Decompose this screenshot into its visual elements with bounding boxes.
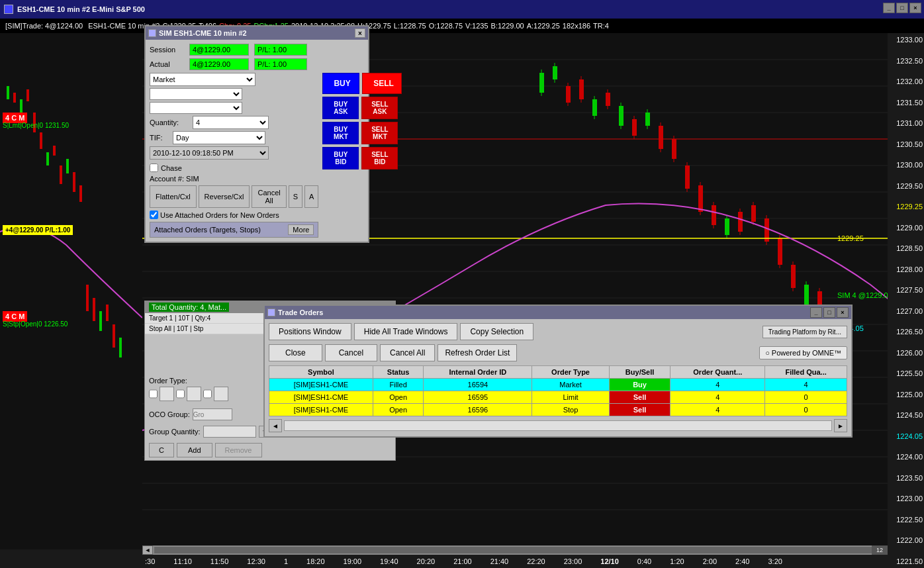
date-row: 2010-12-10 09:18:50 PM bbox=[150, 146, 318, 162]
attached-orders-tab[interactable]: Attached Orders (Targets, Stops) More bbox=[150, 222, 318, 238]
orders-table: Symbol Status Internal Order ID Order Ty… bbox=[269, 365, 847, 416]
scroll-track[interactable] bbox=[154, 547, 876, 553]
date-select[interactable]: 2010-12-10 09:18:50 PM bbox=[150, 146, 269, 160]
chase-checkbox[interactable] bbox=[150, 164, 158, 172]
cancel-button[interactable]: Cancel bbox=[325, 344, 377, 361]
sell-ask-button[interactable]: SELLASK bbox=[361, 97, 398, 119]
scroll-left-btn[interactable]: ◄ bbox=[269, 419, 282, 432]
close-button[interactable]: Close bbox=[269, 344, 322, 361]
use-attached-checkbox[interactable] bbox=[150, 211, 158, 219]
price-1229: 1229.25 bbox=[889, 203, 923, 211]
window-controls[interactable]: _ □ × bbox=[883, 3, 921, 13]
table-row[interactable]: [SIM]ESH1-CMEOpen16596StopSell40 bbox=[269, 404, 847, 416]
price-1227-5: 1227.50 bbox=[889, 286, 923, 294]
ot-checkbox-2[interactable] bbox=[176, 387, 185, 401]
cell-0-4: Buy bbox=[609, 379, 670, 391]
price-1224: 1224.00 bbox=[889, 453, 923, 461]
refresh-button[interactable]: Refresh Order List bbox=[438, 344, 517, 361]
buy-button[interactable]: BUY bbox=[322, 73, 359, 94]
tif-label: TIF: bbox=[150, 134, 173, 142]
hide-all-button[interactable]: Hide All Trade Windows bbox=[354, 323, 458, 340]
order-panel-close[interactable]: × bbox=[355, 28, 365, 38]
left-controls: Market Quantity: 4 TIF: bbox=[150, 73, 318, 238]
table-row[interactable]: [SIM]ESH1-CMEOpen16595LimitSell40 bbox=[269, 391, 847, 404]
ot-checkbox-1[interactable] bbox=[149, 387, 158, 401]
reverse-button[interactable]: Reverse/Cxl bbox=[199, 185, 250, 208]
price-1225-5: 1225.50 bbox=[889, 369, 923, 377]
group-qty-input[interactable] bbox=[203, 426, 256, 438]
time-6: 18:20 bbox=[306, 557, 325, 565]
price-1222-5: 1222.50 bbox=[889, 516, 923, 524]
cell-1-4: Sell bbox=[609, 391, 670, 404]
sub-select-1-row bbox=[150, 88, 318, 100]
add-button[interactable]: Add bbox=[177, 443, 212, 457]
close-button[interactable]: × bbox=[909, 3, 921, 13]
quantity-row: Quantity: 4 bbox=[150, 116, 318, 129]
chart-hscrollbar[interactable]: ◄ ► bbox=[142, 545, 888, 555]
cell-1-0: [SIM]ESH1-CME bbox=[269, 391, 373, 404]
maximize-button[interactable]: □ bbox=[896, 3, 908, 13]
cancel-all-button[interactable]: Cancel All bbox=[252, 185, 286, 208]
s-button[interactable]: S bbox=[289, 185, 302, 208]
price-scale: 1233.00 1232.50 1232.00 1231.50 1231.00 … bbox=[888, 33, 924, 568]
use-attached-row: Use Attached Orders for New Orders bbox=[150, 211, 318, 219]
price-1226: 1226.00 bbox=[889, 349, 923, 357]
time-19: 3:20 bbox=[768, 557, 782, 565]
price-1229-5: 1229.50 bbox=[889, 182, 923, 190]
to-close[interactable]: × bbox=[837, 307, 849, 318]
oco-label: OCO Group: bbox=[149, 410, 190, 418]
more-tab[interactable]: More bbox=[288, 224, 314, 235]
scroll-left-btn[interactable]: ◄ bbox=[142, 545, 153, 555]
a-button[interactable]: A bbox=[304, 185, 318, 208]
flat-buttons: Flatten/Cxl Reverse/Cxl Cancel All S A bbox=[150, 185, 318, 208]
ot-box-3 bbox=[214, 387, 228, 401]
time-18: 2:40 bbox=[735, 557, 749, 565]
account-label: Account #: bbox=[150, 175, 184, 183]
oco-input[interactable] bbox=[193, 408, 232, 420]
chase-row: Chase bbox=[150, 164, 318, 172]
flatten-button[interactable]: Flatten/Cxl bbox=[150, 185, 197, 208]
cell-1-2: 16595 bbox=[424, 391, 532, 404]
col-status: Status bbox=[373, 366, 424, 379]
sell-mkt-button[interactable]: SELLMKT bbox=[361, 122, 398, 144]
powered-badge: ○ Powered by OMNE™ bbox=[759, 346, 847, 359]
remove-button[interactable]: Remove bbox=[215, 443, 262, 457]
b-info: B:1229.00 bbox=[491, 22, 524, 30]
quantity-select[interactable]: 4 bbox=[193, 116, 269, 129]
position-pnl-label: +4@1229.00 P/L:1.00 bbox=[3, 225, 73, 235]
cancel-all-button[interactable]: Cancel All bbox=[380, 344, 435, 361]
ot-checkbox-3[interactable] bbox=[203, 387, 212, 401]
c-button[interactable]: C bbox=[149, 443, 174, 457]
buy-ask-button[interactable]: BUYASK bbox=[322, 97, 359, 119]
sub-select-2[interactable] bbox=[150, 102, 242, 114]
to-minimize[interactable]: _ bbox=[810, 307, 822, 318]
table-row[interactable]: [SIM]ESH1-CMEFilled16594MarketBuy44 bbox=[269, 379, 847, 391]
tr-info: TR:4 bbox=[593, 22, 609, 30]
actual-pl: P/L: 1.00 bbox=[254, 58, 307, 70]
trade-orders-title: Trade Orders bbox=[278, 308, 323, 316]
scroll-right-btn[interactable]: ► bbox=[834, 419, 847, 432]
session-value: 4@1229.00 bbox=[189, 44, 249, 56]
to-scroll-area: ◄ ► bbox=[269, 419, 847, 432]
attached-tab-label: Attached Orders (Targets, Stops) bbox=[154, 226, 261, 234]
sell-button[interactable]: SELL bbox=[362, 73, 402, 94]
price-1222: 1222.00 bbox=[889, 536, 923, 544]
orders-table-body: [SIM]ESH1-CMEFilled16594MarketBuy44[SIM]… bbox=[269, 379, 847, 416]
sub-select-1[interactable] bbox=[150, 88, 242, 100]
cell-1-1: Open bbox=[373, 391, 424, 404]
sell-bid-button[interactable]: SELLBID bbox=[361, 147, 398, 169]
tif-select[interactable]: Day bbox=[173, 131, 265, 144]
minimize-button[interactable]: _ bbox=[883, 3, 895, 13]
time-10: 21:00 bbox=[453, 557, 472, 565]
col-symbol: Symbol bbox=[269, 366, 373, 379]
positions-window-button[interactable]: Positions Window bbox=[269, 323, 351, 340]
buy-bid-button[interactable]: BUYBID bbox=[322, 147, 359, 169]
order-type-select[interactable]: Market bbox=[150, 73, 255, 86]
copy-selection-button[interactable]: Copy Selection bbox=[460, 323, 533, 340]
buy-mkt-button[interactable]: BUYMKT bbox=[322, 122, 359, 144]
to-win-controls[interactable]: _ □ × bbox=[810, 307, 849, 318]
to-maximize[interactable]: □ bbox=[823, 307, 835, 318]
cell-2-4: Sell bbox=[609, 404, 670, 416]
scroll-track[interactable] bbox=[284, 420, 832, 431]
app-icon bbox=[4, 5, 13, 14]
